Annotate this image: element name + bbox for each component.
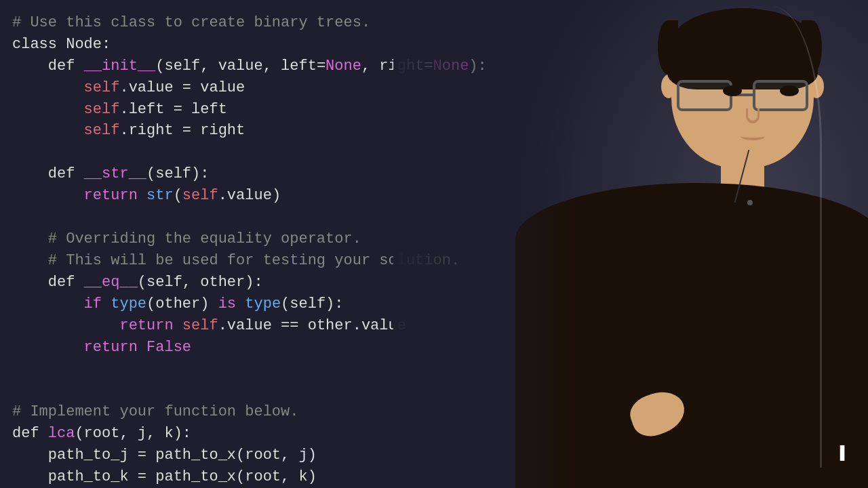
- code-token: (: [155, 58, 164, 75]
- eye-left: [723, 85, 742, 96]
- comment-text: # Use this class to create binary trees.: [12, 14, 370, 31]
- code-token: False: [146, 339, 191, 356]
- code-line: path_to_j = path_to_x(root, j): [12, 445, 576, 466]
- code-token: (: [146, 165, 155, 182]
- code-token: str: [146, 187, 174, 204]
- code-line: self.left = left: [12, 99, 576, 121]
- code-token: self: [12, 101, 119, 118]
- code-token: self: [12, 79, 119, 96]
- code-line: [12, 380, 576, 401]
- mouth: [741, 132, 765, 140]
- code-token: self: [146, 274, 182, 291]
- code-line: path_to_k = path_to_x(root, k): [12, 466, 576, 488]
- code-token: (self):: [281, 296, 343, 312]
- code-token: self: [12, 122, 119, 139]
- glasses-left-lens: [677, 80, 732, 111]
- code-token: type: [111, 296, 146, 312]
- nose: [746, 108, 760, 123]
- code-token: class: [12, 36, 66, 53]
- code-token: , right=: [361, 58, 433, 75]
- code-token: .right = right: [119, 122, 245, 139]
- comment-text: # This will be used for testing your sol…: [12, 252, 460, 269]
- code-token: def: [12, 425, 48, 442]
- code-token: path_to_k = path_to_x(root, k): [12, 468, 317, 485]
- code-line: def __init__(self, value, left=None, rig…: [12, 56, 576, 77]
- code-token: type: [245, 296, 281, 312]
- code-token: path_to_j = path_to_x(root, j): [12, 447, 317, 464]
- code-line: self.right = right: [12, 120, 576, 142]
- hair: [667, 8, 818, 89]
- code-token: lca: [48, 425, 75, 442]
- code-token: ):: [469, 58, 486, 75]
- code-line: def __str__(self):: [12, 163, 576, 185]
- glasses-right-lens: [753, 80, 808, 111]
- code-panel: # Use this class to create binary trees.…: [0, 0, 576, 488]
- code-line: [12, 207, 576, 228]
- code-token: ):: [191, 165, 209, 182]
- code-line: def lca(root, j, k):: [12, 423, 576, 445]
- code-line: class Node:: [12, 34, 576, 56]
- code-line: [12, 358, 576, 380]
- comment-text: # Implement your function below.: [12, 403, 298, 420]
- code-token: .value == other.value: [218, 317, 406, 334]
- code-token: self: [164, 58, 200, 75]
- code-token: Node: [66, 36, 102, 53]
- code-line: self.value = value: [12, 77, 576, 99]
- code-line: def __eq__(self, other):: [12, 272, 576, 293]
- code-token: self: [182, 317, 218, 334]
- code-token: return: [12, 339, 146, 356]
- code-token: None: [326, 58, 361, 75]
- code-token: def: [12, 165, 84, 182]
- code-token: (other): [146, 296, 218, 312]
- code-line: return self.value == other.value: [12, 315, 576, 337]
- eye-right: [780, 85, 799, 96]
- code-line: return False: [12, 337, 576, 359]
- code-token: __eq__: [84, 274, 138, 291]
- code-line: return str(self.value): [12, 185, 576, 207]
- code-token: (: [138, 274, 146, 291]
- code-token: is: [218, 296, 245, 312]
- code-token: self: [182, 187, 218, 204]
- code-token: return: [12, 317, 182, 334]
- code-token: def: [12, 274, 84, 291]
- code-token: __str__: [84, 165, 146, 182]
- code-line: # This will be used for testing your sol…: [12, 250, 576, 272]
- person-overlay: [515, 0, 868, 488]
- code-token: __init__: [84, 58, 156, 75]
- code-token: return: [12, 187, 146, 204]
- code-token: (root, j, k):: [75, 425, 191, 442]
- code-line: # Use this class to create binary trees.: [12, 12, 576, 34]
- body-sweater: [515, 183, 868, 488]
- code-token: , value, left=: [200, 58, 326, 75]
- code-line: # Implement your function below.: [12, 401, 576, 423]
- code-token: if: [12, 296, 111, 312]
- code-token: , other):: [182, 274, 263, 291]
- code-token: .value = value: [119, 79, 245, 96]
- code-token: def: [12, 58, 84, 75]
- code-token: self: [155, 165, 191, 182]
- code-token: .value): [218, 187, 281, 204]
- comment-text: # Overriding the equality operator.: [12, 230, 361, 247]
- mouse-cursor: ▌: [840, 445, 849, 462]
- microphone-dot: [747, 200, 753, 205]
- code-token: :: [102, 36, 111, 53]
- code-line: # Overriding the equality operator.: [12, 228, 576, 250]
- code-token: (: [174, 187, 182, 204]
- code-line: [12, 142, 576, 163]
- code-token: None: [433, 58, 469, 75]
- code-token: .left = left: [119, 101, 226, 118]
- code-line: if type(other) is type(self):: [12, 293, 576, 315]
